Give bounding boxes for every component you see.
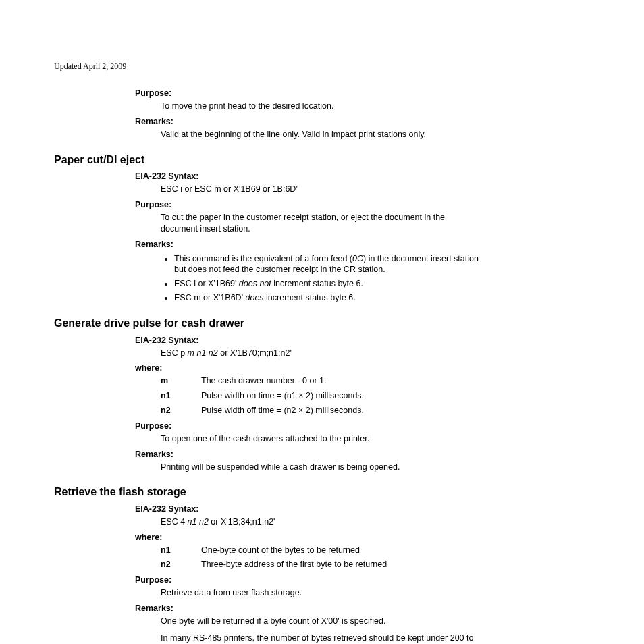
- definition-list: n1 One-byte count of the bytes to be ret…: [161, 545, 482, 571]
- term: n2: [161, 405, 201, 417]
- purpose-text: To open one of the cash drawers attached…: [161, 433, 482, 445]
- definition: One-byte count of the bytes to be return…: [201, 545, 482, 556]
- term: n1: [161, 545, 201, 556]
- term: m: [161, 375, 201, 387]
- purpose-text: To move the print head to the desired lo…: [161, 101, 482, 112]
- where-label: where:: [135, 532, 482, 543]
- text: or X'1B70;m;n1;n2': [218, 348, 292, 358]
- definition: Pulse width off time = (n2 × 2) millisec…: [201, 405, 482, 417]
- syntax-label: EIA-232 Syntax:: [135, 171, 482, 182]
- definition-row: n2 Pulse width off time = (n2 × 2) milli…: [161, 405, 482, 417]
- emphasis: does: [246, 293, 264, 302]
- where-label: where:: [135, 363, 482, 374]
- syntax-text: ESC p m n1 n2 or X'1B70;m;n1;n2': [161, 348, 482, 359]
- syntax-text: ESC i or ESC m or X'1B69 or 1B;6D': [161, 184, 482, 195]
- emphasis: m n1 n2: [188, 348, 218, 358]
- text: ESC m or X'1B6D': [174, 293, 246, 302]
- section-title-generate-pulse: Generate drive pulse for cash drawer: [54, 316, 482, 331]
- purpose-text: To cut the paper in the customer receipt…: [161, 212, 482, 235]
- remarks-p1: One byte will be returned if a byte coun…: [161, 616, 482, 627]
- remarks-label: Remarks:: [135, 603, 482, 614]
- definition-row: m The cash drawer number - 0 or 1.: [161, 375, 482, 387]
- section-title-paper-cut: Paper cut/DI eject: [54, 153, 482, 167]
- text: This command is the equivalent of a form…: [174, 254, 352, 263]
- text: ESC i or X'1B69': [174, 279, 239, 288]
- list-item: ESC m or X'1B6D' does increment status b…: [174, 292, 482, 304]
- remarks-text: Valid at the beginning of the line only.…: [161, 129, 482, 140]
- definition-row: n1 Pulse width on time = (n1 × 2) millis…: [161, 390, 482, 402]
- definition: Pulse width on time = (n1 × 2) milliseco…: [201, 390, 482, 402]
- section-title-retrieve-flash: Retrieve the flash storage: [54, 485, 482, 500]
- emphasis: does not: [239, 279, 271, 288]
- emphasis: 0C: [352, 254, 363, 263]
- syntax-label: EIA-232 Syntax:: [135, 504, 482, 515]
- definition-row: n1 One-byte count of the bytes to be ret…: [161, 545, 482, 556]
- syntax-text: ESC 4 n1 n2 or X'1B;34;n1;n2': [161, 516, 482, 528]
- term: n1: [161, 390, 201, 402]
- remarks-p2: In many RS-485 printers, the number of b…: [161, 633, 482, 644]
- remarks-label: Remarks:: [135, 239, 482, 250]
- definition: Three-byte address of the first byte to …: [201, 559, 482, 570]
- definition-list: m The cash drawer number - 0 or 1. n1 Pu…: [161, 375, 482, 417]
- purpose-text: Retrieve data from user flash storage.: [161, 587, 482, 599]
- syntax-label: EIA-232 Syntax:: [135, 335, 482, 346]
- text: ESC p: [161, 348, 188, 358]
- purpose-label: Purpose:: [135, 574, 482, 586]
- term: n2: [161, 559, 201, 570]
- text: ESC 4: [161, 517, 188, 527]
- purpose-label: Purpose:: [135, 421, 482, 432]
- definition-row: n2 Three-byte address of the first byte …: [161, 559, 482, 570]
- remarks-label: Remarks:: [135, 116, 482, 128]
- purpose-label: Purpose:: [135, 88, 482, 99]
- purpose-label: Purpose:: [135, 199, 482, 211]
- text: increment status byte 6.: [264, 293, 356, 302]
- list-item: This command is the equivalent of a form…: [174, 253, 482, 276]
- list-item: ESC i or X'1B69' does not increment stat…: [174, 278, 482, 290]
- emphasis: n1 n2: [188, 517, 209, 527]
- definition: The cash drawer number - 0 or 1.: [201, 375, 482, 387]
- remarks-text: Printing will be suspended while a cash …: [161, 462, 482, 473]
- updated-date: Updated April 2, 2009: [54, 61, 482, 72]
- remarks-list: This command is the equivalent of a form…: [161, 253, 482, 304]
- text: or X'1B;34;n1;n2': [209, 517, 275, 527]
- remarks-label: Remarks:: [135, 449, 482, 460]
- text: increment status byte 6.: [271, 279, 363, 288]
